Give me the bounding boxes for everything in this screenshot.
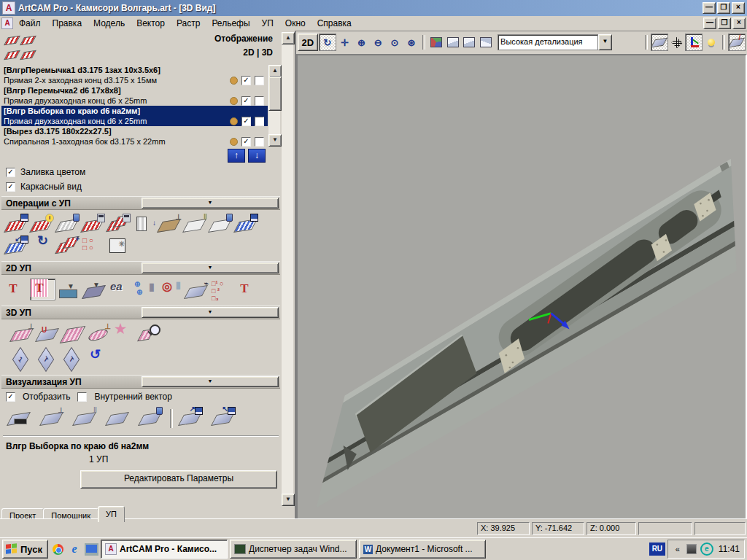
zoom-out-icon[interactable]: ⊖	[370, 34, 386, 50]
rotary-toolpath-icon[interactable]: ↻	[30, 236, 54, 256]
mdi-close-button[interactable]: ×	[732, 18, 746, 29]
origin-axes-icon[interactable]	[685, 34, 703, 51]
lighting-icon[interactable]	[703, 34, 719, 50]
save-simulation-icon[interactable]: ↗	[179, 407, 203, 427]
show-2d-checkbox[interactable]: ✓	[241, 76, 251, 85]
mdi-restore-button[interactable]: ❐	[718, 18, 731, 29]
copy-toolpath-icon[interactable]: +	[55, 236, 80, 256]
transform-toolpath-icon[interactable]: ↺	[87, 349, 111, 370]
project-toolpath-3-icon[interactable]: T	[61, 349, 85, 370]
load-simulation-icon[interactable]: ↖	[212, 407, 236, 427]
toolpath-group-row[interactable]: [Влгр Перемычка2 d6 17x8x8]	[1, 85, 268, 96]
start-button[interactable]: Пуск	[2, 540, 48, 559]
simulate-toolpath-icon[interactable]: ⊥	[40, 407, 64, 427]
section-collapse-icon[interactable]: ▼	[142, 376, 279, 387]
pan-view-icon[interactable]: ✛	[337, 34, 353, 50]
delete-simulation-icon[interactable]	[139, 407, 163, 427]
toolpath-notes-icon[interactable]: ↓	[132, 214, 156, 234]
save-toolpath-icon[interactable]	[234, 214, 258, 234]
machine-along-vector-icon[interactable]: ⌁	[185, 280, 209, 300]
load-toolpath-icon[interactable]: ↙	[4, 236, 28, 256]
isometric-view-icon[interactable]	[428, 34, 444, 50]
toolpath-summary-icon[interactable]: i	[30, 214, 54, 234]
menu-reliefs[interactable]: Рельефы	[206, 17, 255, 30]
scroll-up-icon[interactable]: ▲	[282, 32, 295, 44]
inlay-toolpath-icon[interactable]: ◎▮	[159, 280, 183, 300]
material-setup-icon[interactable]: ‖	[183, 214, 207, 234]
cutout-toolpath-icon[interactable]: ★	[112, 323, 136, 343]
wireframe-hatch-icon[interactable]	[669, 34, 685, 50]
fill-color-option[interactable]: ✓ Заливка цветом	[1, 164, 280, 179]
3d-clearance-icon[interactable]: ⊥	[87, 323, 111, 343]
vcarve-toolpath-icon[interactable]: ▼	[57, 280, 81, 300]
restore-button[interactable]: ❐	[717, 2, 730, 14]
zoom-extents-icon[interactable]: ⊛	[403, 34, 419, 50]
switch-2d-view-button[interactable]: 2D	[298, 34, 318, 51]
save-all-toolpaths-icon[interactable]	[4, 214, 28, 234]
menu-toolpaths[interactable]: УП	[256, 17, 279, 30]
female-inlay-toolpath-icon[interactable]: T	[236, 280, 260, 300]
antivirus-icon[interactable]: e	[700, 542, 713, 556]
merge-toolpaths-icon[interactable]: □ ○□ ○	[81, 236, 105, 256]
menu-raster[interactable]: Растр	[171, 17, 206, 30]
area-clearance-toolpath-icon[interactable]: T	[30, 279, 55, 300]
show-desktop-icon[interactable]	[84, 542, 98, 556]
zoom-previous-icon[interactable]: ⊙	[387, 34, 403, 50]
profile-toolpath-icon[interactable]: T	[4, 280, 28, 300]
toolpath-group-row[interactable]: [Вырез d3.175 180x22x27.5]	[1, 126, 268, 136]
draw-relief-icon[interactable]: /	[728, 34, 746, 51]
project-toolpath-2-icon[interactable]: T	[36, 349, 60, 370]
machine-relief-icon[interactable]: ⊥	[10, 323, 34, 343]
toolpath-group-row-selected[interactable]: [Влгр Выборка по краю d6 на2мм]	[1, 106, 268, 116]
move-down-button[interactable]: ↓	[248, 149, 266, 163]
shaded-view-icon[interactable]	[651, 34, 668, 51]
rotate-view-icon[interactable]: ↻	[319, 34, 336, 51]
text-engraving-icon[interactable]: ea	[108, 280, 132, 300]
toolpath-group-row[interactable]: [ВлгрПеремычка1 d3.175 1зах 10x3.5x6]	[1, 65, 268, 75]
collapse-tray-icon[interactable]: «	[673, 544, 683, 554]
drilling-toolpath-icon[interactable]: ⊕⊕▮	[133, 280, 158, 300]
menu-window[interactable]: Окно	[279, 17, 311, 30]
minimize-button[interactable]: —	[703, 2, 716, 14]
show-3d-checkbox[interactable]	[255, 137, 264, 147]
section-collapse-icon[interactable]: ▼	[142, 198, 279, 209]
taskbar-task-taskmanager[interactable]: Диспетчер задач Wind...	[230, 540, 357, 559]
show-3d-checkbox[interactable]	[255, 76, 264, 85]
scroll-down-icon[interactable]: ▼	[268, 134, 282, 147]
edit-parameters-button[interactable]: Редактировать Параметры	[80, 470, 277, 489]
view-along-x-icon[interactable]	[445, 34, 461, 50]
toolpath-template-icon[interactable]: ✳	[107, 236, 131, 256]
tab-toolpaths[interactable]: УП	[98, 506, 125, 522]
zlevel-roughing-icon[interactable]	[61, 323, 85, 343]
internet-explorer-icon[interactable]: e	[67, 542, 82, 556]
view-along-y-icon[interactable]	[461, 34, 477, 50]
feature-machining-icon[interactable]: U	[36, 323, 60, 343]
show-2d-checkbox[interactable]: ✓	[241, 117, 251, 126]
wireframe-option[interactable]: ✓ Каркасный вид	[1, 179, 280, 193]
menu-edit[interactable]: Правка	[47, 17, 88, 30]
show-3d-checkbox[interactable]	[255, 96, 264, 106]
fill-color-checkbox[interactable]: ✓	[6, 168, 15, 177]
menu-help[interactable]: Справка	[311, 17, 357, 30]
zoom-in-icon[interactable]: ⊕	[353, 34, 369, 50]
toolpath-tool-row[interactable]: Прямая 2-х заходная конц d3.175 x 15мм✓	[1, 75, 268, 85]
mdi-minimize-button[interactable]: —	[703, 18, 716, 29]
inspect-toolpath-icon[interactable]	[138, 323, 162, 343]
mdi-child-icon[interactable]: A	[1, 18, 13, 29]
chevron-down-icon[interactable]: ▼	[598, 34, 612, 50]
section-collapse-icon[interactable]: ▼	[142, 307, 279, 318]
section-collapse-icon[interactable]: ▼	[142, 262, 279, 273]
simulate-all-toolpaths-icon[interactable]: ‖	[73, 407, 97, 427]
batch-calculate-toolpaths-icon[interactable]	[107, 214, 131, 234]
detail-level-dropdown[interactable]: Высокая детализация ▼	[498, 35, 612, 50]
machining-order-icon[interactable]: □¹ ○□ ²□₃	[210, 280, 234, 300]
simulate-toolpath-control-icon[interactable]	[7, 407, 31, 427]
wireframe-checkbox[interactable]: ✓	[6, 182, 15, 192]
show-2d-checkbox[interactable]: ✓	[241, 137, 251, 147]
tool-database-icon[interactable]: ⊥	[158, 214, 182, 234]
menu-file[interactable]: Файл	[13, 17, 47, 30]
toolpath-tool-row-selected[interactable]: Прямая двухзаходная конц d6 x 25mm✓	[1, 116, 268, 126]
toolpath-tool-row[interactable]: Спиральная 1-заходная бок d3.175 x 22mm✓	[1, 136, 268, 147]
engrave-toolpath-icon[interactable]: ▼	[82, 280, 107, 300]
view-along-z-icon[interactable]	[478, 34, 494, 50]
